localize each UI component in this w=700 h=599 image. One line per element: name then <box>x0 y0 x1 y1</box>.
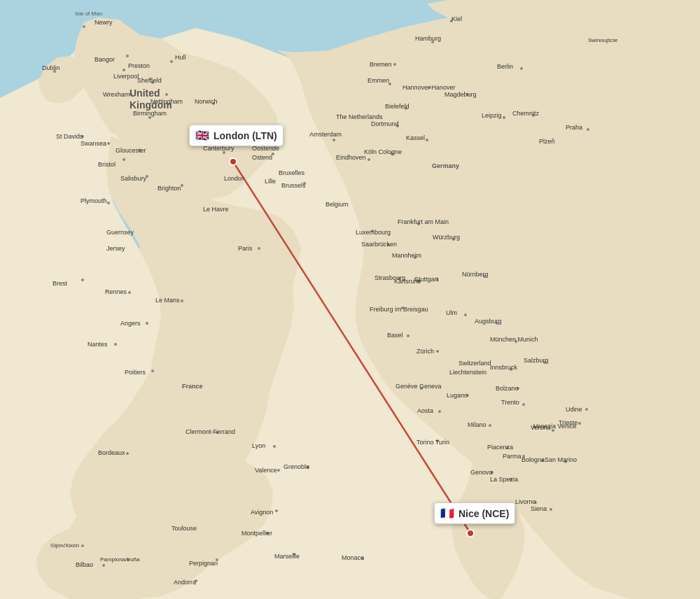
map-container: Newry Isle of Man Dublin Bangor Preston … <box>0 0 700 599</box>
svg-text:Grenoble: Grenoble <box>284 463 309 470</box>
svg-text:Gloucester: Gloucester <box>115 147 146 154</box>
svg-point-17 <box>181 184 183 187</box>
svg-text:Plymouth: Plymouth <box>80 197 107 204</box>
svg-text:Swinoujście: Swinoujście <box>588 37 618 43</box>
svg-text:Kiel: Kiel <box>451 15 462 22</box>
svg-text:München Munich: München Munich <box>490 336 538 343</box>
svg-point-28 <box>393 63 396 66</box>
svg-text:Hannover Hanover: Hannover Hanover <box>402 84 456 91</box>
svg-text:Le Havre: Le Havre <box>203 206 229 213</box>
svg-text:Brighton: Brighton <box>158 185 181 192</box>
svg-text:Luxembourg: Luxembourg <box>356 229 391 236</box>
svg-point-34 <box>587 128 589 131</box>
svg-text:Poitiers: Poitiers <box>125 369 146 376</box>
svg-text:Rennes: Rennes <box>105 288 127 295</box>
svg-text:St Davids: St Davids <box>56 133 83 140</box>
map-svg: Newry Isle of Man Dublin Bangor Preston … <box>0 0 700 599</box>
svg-text:Ulm: Ulm <box>446 309 457 316</box>
svg-point-21 <box>332 139 335 141</box>
svg-text:Paris: Paris <box>238 245 253 252</box>
svg-text:Bristol: Bristol <box>98 161 115 168</box>
svg-text:Norwich: Norwich <box>195 98 218 105</box>
svg-point-7 <box>165 93 168 96</box>
svg-text:Genève Geneva: Genève Geneva <box>396 383 442 390</box>
svg-text:Le Mans: Le Mans <box>155 297 180 304</box>
svg-point-53 <box>151 369 154 372</box>
svg-text:France: France <box>182 383 203 390</box>
svg-point-49 <box>128 291 131 294</box>
svg-point-211 <box>467 530 474 537</box>
svg-point-57 <box>275 509 278 512</box>
svg-text:Eindhoven: Eindhoven <box>336 154 366 161</box>
svg-text:Wrexham: Wrexham <box>103 91 130 98</box>
svg-text:Nürnberg: Nürnberg <box>462 271 489 278</box>
svg-text:Frankfurt am Main: Frankfurt am Main <box>398 218 449 225</box>
svg-text:Bilbao: Bilbao <box>76 561 93 568</box>
svg-text:Perpignan: Perpignan <box>189 560 218 567</box>
svg-text:Bielefeld: Bielefeld <box>385 103 410 110</box>
svg-text:Emmen: Emmen <box>368 77 389 84</box>
svg-text:Belgium: Belgium <box>326 201 349 208</box>
svg-point-22 <box>368 158 370 161</box>
svg-point-46 <box>436 350 439 353</box>
svg-point-88 <box>585 408 588 411</box>
svg-point-74 <box>489 424 491 427</box>
svg-text:Salzburg: Salzburg <box>524 357 549 364</box>
svg-text:Lyon: Lyon <box>252 442 265 449</box>
svg-point-61 <box>277 469 280 472</box>
svg-text:Berlin: Berlin <box>497 63 513 70</box>
svg-text:Siena: Siena <box>531 505 547 512</box>
svg-text:Milano: Milano <box>468 421 486 428</box>
fr-flag: 🇫🇷 <box>440 507 454 520</box>
svg-text:Udine: Udine <box>566 406 582 413</box>
svg-text:Liverpool: Liverpool <box>113 73 139 80</box>
svg-point-85 <box>550 508 552 511</box>
svg-point-15 <box>122 158 125 161</box>
svg-point-78 <box>522 403 525 406</box>
svg-text:Aosta: Aosta <box>417 407 433 414</box>
svg-text:Monaco: Monaco <box>342 554 364 561</box>
svg-text:Bordeaux: Bordeaux <box>98 449 125 456</box>
svg-text:Nantes: Nantes <box>88 341 108 348</box>
svg-point-1 <box>83 25 85 28</box>
svg-text:La Spezia: La Spezia <box>490 476 518 483</box>
svg-text:United: United <box>130 87 160 99</box>
svg-text:Dublin: Dublin <box>42 64 60 71</box>
svg-point-89 <box>81 544 84 547</box>
svg-text:Trento: Trento <box>501 399 519 406</box>
svg-text:Andorra: Andorra <box>174 579 196 586</box>
svg-text:Brest: Brest <box>52 280 68 287</box>
svg-text:Kingdom: Kingdom <box>130 99 172 111</box>
svg-text:Ostend: Ostend <box>252 154 272 161</box>
svg-text:Newry: Newry <box>94 19 113 26</box>
svg-text:Isle of Man: Isle of Man <box>75 10 102 17</box>
svg-point-18 <box>107 202 110 204</box>
svg-text:Preston: Preston <box>128 62 150 69</box>
uk-flag: 🇬🇧 <box>195 129 209 142</box>
svg-point-55 <box>273 445 276 448</box>
svg-point-87 <box>578 422 581 425</box>
svg-text:Livorno: Livorno <box>515 498 536 505</box>
nice-city-label: Nice (NCE) <box>458 508 509 519</box>
svg-text:Saarbrücken: Saarbrücken <box>361 241 397 248</box>
svg-text:Toulouse: Toulouse <box>172 525 197 532</box>
svg-point-4 <box>170 60 173 63</box>
svg-text:Genova: Genova <box>470 469 493 476</box>
svg-text:The Netherlands: The Netherlands <box>336 113 383 120</box>
svg-text:Salisbury: Salisbury <box>120 175 147 182</box>
svg-text:Kassel: Kassel <box>406 134 425 141</box>
svg-point-2 <box>126 55 129 57</box>
svg-text:Bologna: Bologna <box>522 456 545 463</box>
svg-point-45 <box>407 334 410 337</box>
svg-point-51 <box>146 322 148 325</box>
svg-text:Köln Cologne: Köln Cologne <box>364 148 402 155</box>
svg-text:Bolzano: Bolzano <box>496 385 519 392</box>
svg-text:Freiburg im Breisgau: Freiburg im Breisgau <box>370 306 428 313</box>
svg-text:San Marino: San Marino <box>545 456 577 463</box>
svg-text:Sheffield: Sheffield <box>137 77 162 84</box>
svg-text:Gijón/Xixón: Gijón/Xixón <box>50 542 79 549</box>
svg-text:Marseille: Marseille <box>274 553 300 560</box>
svg-text:Stuttgart: Stuttgart <box>414 276 439 283</box>
svg-text:Innsbruck: Innsbruck <box>490 364 518 371</box>
svg-text:Basel: Basel <box>387 332 403 339</box>
